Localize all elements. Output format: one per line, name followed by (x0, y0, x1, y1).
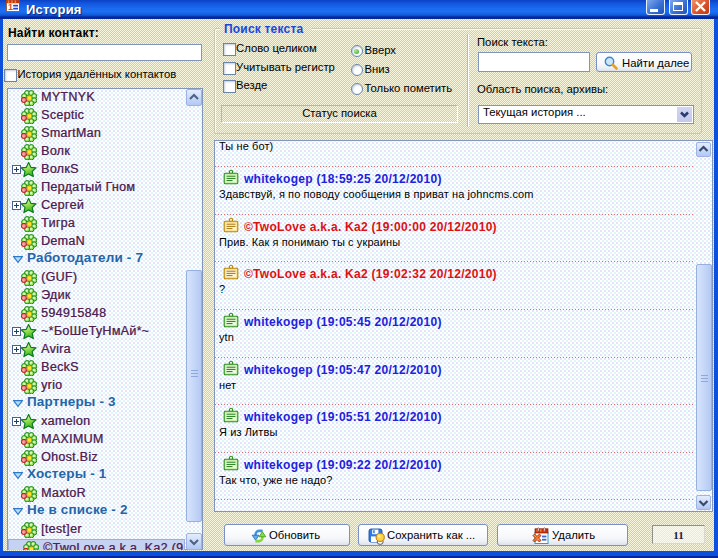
svg-text:1: 1 (8, 2, 13, 12)
